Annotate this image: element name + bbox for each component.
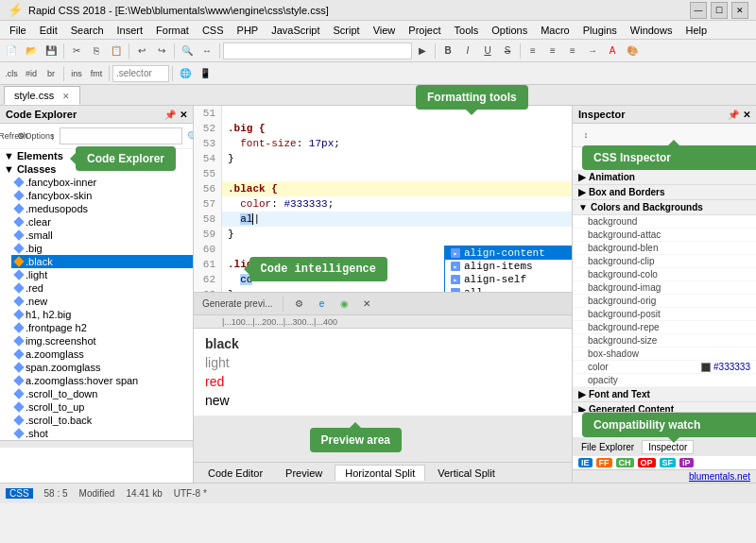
css-button-2[interactable]: #id xyxy=(22,64,41,83)
tree-item-frontpage-h2[interactable]: .frontpage h2 xyxy=(11,321,193,334)
close-button[interactable]: ✕ xyxy=(731,2,748,19)
ac-item-align-items[interactable]: ▸ align-items xyxy=(445,260,572,273)
generate-preview-button[interactable]: Generate previ... xyxy=(198,295,277,314)
ac-item-all[interactable]: ▸ all xyxy=(445,286,572,292)
sort-button[interactable]: ↕ xyxy=(49,127,56,145)
ce-close-icon[interactable]: ✕ xyxy=(180,110,187,120)
tree-item-scroll-up[interactable]: .scroll_to_up xyxy=(11,400,193,414)
inspector-pin-icon[interactable]: 📌 xyxy=(728,110,739,120)
menu-tools[interactable]: Tools xyxy=(449,23,485,38)
prop-color[interactable]: color #333333 xyxy=(573,361,756,374)
menu-css[interactable]: CSS xyxy=(197,23,230,38)
tree-item-scroll-down[interactable]: .scroll_to_down xyxy=(11,387,193,400)
undo-button[interactable]: ↩ xyxy=(132,42,151,60)
tab-vertical-split[interactable]: Vertical Split xyxy=(427,465,506,482)
menu-options[interactable]: Options xyxy=(486,23,533,38)
bgcolor-button[interactable]: 🎨 xyxy=(623,42,642,60)
cut-button[interactable]: ✂ xyxy=(67,42,86,60)
copy-button[interactable]: ⎘ xyxy=(87,42,106,60)
inspector-section-animation-header[interactable]: ▶ Animation xyxy=(573,170,756,185)
ce-search-button[interactable]: 🔍 xyxy=(186,127,194,145)
tab-horizontal-split[interactable]: Horizontal Split xyxy=(335,465,425,481)
underline-button[interactable]: U xyxy=(478,42,497,60)
tree-item-red[interactable]: .red xyxy=(11,281,193,295)
tree-item-clear[interactable]: .clear xyxy=(11,215,193,229)
prop-background-size[interactable]: background-size xyxy=(573,334,756,348)
inspector-close-icon[interactable]: ✕ xyxy=(743,110,750,120)
tree-item-shot[interactable]: .shot xyxy=(11,427,193,440)
code-editor[interactable]: 51 52 .big { 53 font-size: 17px; 54 } 55 xyxy=(194,106,572,292)
align-center-button[interactable]: ≡ xyxy=(543,42,562,60)
tree-item-fancybox-skin[interactable]: .fancybox-skin xyxy=(11,189,193,202)
menu-script[interactable]: Script xyxy=(328,23,366,38)
tree-item-zoomglass-hover[interactable]: a.zoomglass:hover span xyxy=(11,374,193,387)
tree-item-scroll-back[interactable]: .scroll_to.back xyxy=(11,414,193,427)
menu-php[interactable]: PHP xyxy=(232,23,265,38)
inspector-section-generated[interactable]: ▶ Generated Content xyxy=(573,402,756,412)
inspector-section-font[interactable]: ▶ Font and Text xyxy=(573,387,756,402)
tree-item-img-screenshot[interactable]: img.screenshot xyxy=(11,334,193,348)
inspector-section-generated-header[interactable]: ▶ Generated Content xyxy=(573,402,756,412)
prop-background-origin[interactable]: background-orig xyxy=(573,295,756,308)
tree-item-medusopods[interactable]: .medusopods xyxy=(11,202,193,215)
insert-button[interactable]: ins xyxy=(67,64,86,83)
css-button-3[interactable]: br xyxy=(42,64,60,83)
tab-code-editor[interactable]: Code Editor xyxy=(198,465,273,482)
autocomplete-dropdown[interactable]: ▸ align-content ▸ align-items ▸ align-se… xyxy=(444,246,572,292)
tree-classes-group[interactable]: ▼ Classes xyxy=(0,162,193,176)
color-swatch[interactable] xyxy=(701,363,711,372)
selector-input[interactable] xyxy=(112,65,169,82)
ac-item-align-self[interactable]: ▸ align-self xyxy=(445,273,572,286)
toolbar-action-button[interactable]: ▶ xyxy=(413,42,432,60)
preview-gear-button[interactable]: ⚙ xyxy=(289,295,308,314)
color-button[interactable]: A xyxy=(603,42,622,60)
tree-item-black[interactable]: .black xyxy=(11,255,193,268)
menu-plugins[interactable]: Plugins xyxy=(577,23,623,38)
save-file-button[interactable]: 💾 xyxy=(42,42,60,60)
italic-button[interactable]: I xyxy=(458,42,477,60)
bold-button[interactable]: B xyxy=(438,42,457,60)
menu-windows[interactable]: Windows xyxy=(625,23,679,38)
paste-button[interactable]: 📋 xyxy=(107,42,126,60)
ac-item-align-content[interactable]: ▸ align-content xyxy=(445,246,572,260)
menu-edit[interactable]: Edit xyxy=(34,23,63,38)
prop-background-repeat[interactable]: background-repe xyxy=(573,321,756,334)
tab-file-explorer[interactable]: File Explorer xyxy=(575,440,641,454)
options-button[interactable]: ⚙ Options xyxy=(26,127,45,145)
preview-close-button[interactable]: ✕ xyxy=(357,295,376,314)
new-file-button[interactable]: 📄 xyxy=(2,42,21,60)
replace-button[interactable]: ↔ xyxy=(198,42,216,60)
tab-preview[interactable]: Preview xyxy=(275,465,333,482)
prop-background-image[interactable]: background-imag xyxy=(573,281,756,295)
toolbar-text-input[interactable] xyxy=(223,42,412,59)
menu-project[interactable]: Project xyxy=(403,23,446,38)
preview-chrome-button[interactable]: ◉ xyxy=(335,295,353,314)
inspector-section-box[interactable]: ▶ Box and Borders xyxy=(573,185,756,200)
tree-item-span-zoomglass[interactable]: span.zoomglass xyxy=(11,361,193,374)
menu-javascript[interactable]: JavaScript xyxy=(266,23,325,38)
blumentals-link[interactable]: blumentals.net xyxy=(573,469,756,483)
align-left-button[interactable]: ≡ xyxy=(524,42,542,60)
preview-button-2[interactable]: 📱 xyxy=(196,64,215,83)
find-button[interactable]: 🔍 xyxy=(178,42,197,60)
ce-pin-icon[interactable]: 📌 xyxy=(164,110,176,120)
tab-inspector[interactable]: Inspector xyxy=(642,440,694,454)
prop-background-color[interactable]: background-colo xyxy=(573,268,756,281)
inspector-section-colors[interactable]: ▼ Colors and Backgrounds background back… xyxy=(573,200,756,387)
strikethrough-button[interactable]: S xyxy=(498,42,517,60)
prop-background-position[interactable]: background-posit xyxy=(573,308,756,321)
inspector-section-colors-header[interactable]: ▼ Colors and Backgrounds xyxy=(573,200,756,215)
tree-elements-group[interactable]: ▼ Elements xyxy=(0,149,193,162)
menu-insert[interactable]: Insert xyxy=(112,23,149,38)
prop-background[interactable]: background xyxy=(573,215,756,229)
align-right-button[interactable]: ≡ xyxy=(563,42,582,60)
prop-box-shadow[interactable]: box-shadow xyxy=(573,348,756,361)
prop-background-attach[interactable]: background-attac xyxy=(573,229,756,242)
inspector-section-box-header[interactable]: ▶ Box and Borders xyxy=(573,185,756,200)
title-controls[interactable]: — ☐ ✕ xyxy=(690,2,748,19)
code-line-58[interactable]: 58 al| xyxy=(194,212,572,227)
prop-background-blend[interactable]: background-blen xyxy=(573,242,756,255)
minimize-button[interactable]: — xyxy=(690,2,707,19)
inspector-sort-button[interactable]: ↕ xyxy=(576,126,595,144)
inspector-section-font-header[interactable]: ▶ Font and Text xyxy=(573,387,756,402)
